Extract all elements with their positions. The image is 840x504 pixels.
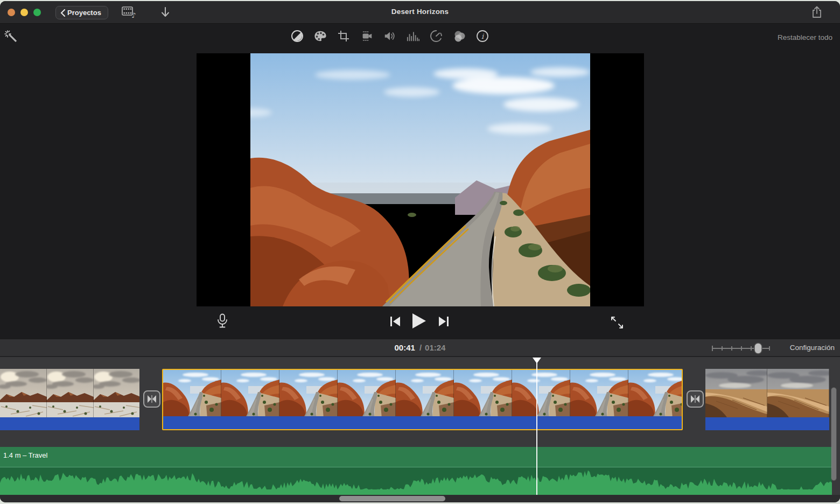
crop-icon[interactable]	[337, 30, 350, 43]
play-icon[interactable]	[411, 313, 426, 331]
color-palette-icon[interactable]	[314, 30, 327, 43]
volume-icon[interactable]	[383, 30, 396, 43]
playhead-line	[536, 359, 537, 495]
clip-thumbnails	[163, 370, 682, 416]
total-duration: 01:24	[422, 343, 445, 352]
timeline-clip-road-selected[interactable]	[162, 369, 683, 430]
playhead-marker-icon	[533, 358, 541, 363]
transport-controls	[0, 307, 840, 337]
zoom-slider-thumb	[754, 343, 762, 354]
equalizer-icon[interactable]	[407, 30, 419, 43]
settings-button[interactable]: Configuración	[790, 344, 835, 352]
clip-thumbnails	[705, 369, 829, 417]
adjustments-toolbar: i	[291, 30, 489, 43]
skip-forward-icon[interactable]	[438, 316, 450, 330]
color-balance-icon[interactable]	[291, 30, 304, 43]
clip-audio-bar	[705, 417, 829, 430]
color-filters-icon[interactable]	[453, 30, 466, 43]
skip-back-icon[interactable]	[389, 316, 401, 330]
microphone-icon[interactable]	[216, 313, 228, 331]
editor-area: i Restablecer todo	[0, 24, 840, 339]
audio-track[interactable]: 1.4 m – Travel	[0, 447, 832, 495]
transition-icon[interactable]	[143, 390, 160, 408]
clip-audio-bar	[0, 417, 139, 430]
timeline-vertical-scrollbar[interactable]	[831, 387, 837, 481]
fullscreen-icon[interactable]	[610, 316, 624, 332]
audio-track-label: 1.4 m – Travel	[3, 451, 47, 459]
titlebar: Proyectos ♪ Desert Horizons	[0, 1, 840, 24]
timeline-clip-dunes[interactable]	[705, 369, 829, 430]
time-config-bar: 00:41/01:24 Configuración	[0, 339, 840, 356]
video-viewer	[197, 53, 644, 306]
preview-frame	[250, 53, 590, 306]
timeline-horizontal-scrollbar[interactable]	[339, 496, 445, 501]
current-time: 00:41	[395, 343, 415, 352]
info-icon[interactable]: i	[476, 30, 489, 43]
audio-track-header: 1.4 m – Travel	[0, 447, 832, 467]
auto-enhance-wand-icon[interactable]	[4, 30, 18, 46]
clip-audio-bar	[163, 416, 682, 429]
clip-thumbnails	[0, 369, 139, 417]
transition-icon[interactable]	[687, 390, 704, 408]
timeline-horizontal-scrollbar-track	[0, 495, 840, 502]
playhead[interactable]	[532, 357, 541, 495]
timeline-clip-sunset[interactable]	[0, 369, 139, 430]
speed-gauge-icon[interactable]	[430, 30, 443, 43]
timeline-zoom-slider[interactable]	[711, 342, 771, 356]
timeline: 1.4 m – Travel	[0, 357, 840, 495]
svg-text:i: i	[481, 32, 484, 40]
reset-all-button[interactable]: Restablecer todo	[778, 33, 832, 41]
stabilization-icon[interactable]	[360, 30, 373, 43]
time-separator: /	[415, 343, 422, 352]
share-icon[interactable]	[808, 5, 826, 19]
audio-waveform	[0, 467, 832, 495]
window-title: Desert Horizons	[0, 8, 840, 16]
imovie-window: Proyectos ♪ Desert Horizons	[0, 1, 840, 502]
